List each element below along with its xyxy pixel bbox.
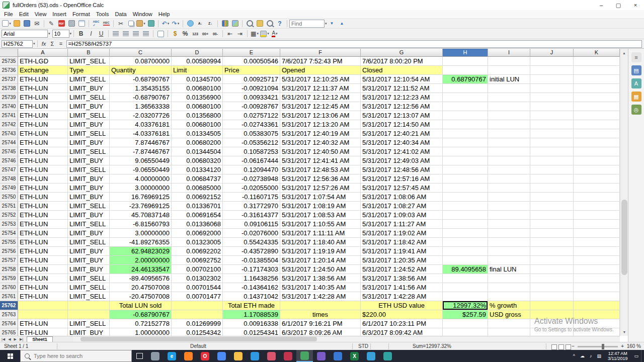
cell-D25741[interactable]: 0.01356800: [172, 111, 223, 120]
cell-C25748[interactable]: 4.00000000: [110, 174, 172, 184]
cell-J25735[interactable]: [530, 57, 574, 66]
cell-A25764[interactable]: ETH-LUN: [18, 319, 68, 328]
cell-J25762[interactable]: [530, 301, 574, 310]
cell-A25749[interactable]: ETH-LUN: [18, 184, 68, 193]
column-header-K[interactable]: K: [574, 49, 620, 57]
cell-G25750[interactable]: 5/31/2017 1:08:06 AM: [361, 193, 443, 202]
column-header-F[interactable]: F: [280, 49, 361, 57]
cell-G25754[interactable]: 5/31/2017 1:19:02 AM: [361, 229, 443, 238]
cell-C25759[interactable]: -89.40956576: [110, 274, 172, 283]
row-header-25740[interactable]: 25740: [0, 102, 18, 111]
cell-H25762[interactable]: 12997.32%: [443, 301, 488, 310]
cell-A25747[interactable]: ETH-LUN: [18, 165, 68, 174]
row-header-25736[interactable]: 25736: [0, 66, 18, 75]
cell-C25747[interactable]: -9.06550449: [110, 165, 172, 174]
cell-A25759[interactable]: ETH-LUN: [18, 274, 68, 283]
cell-K25743[interactable]: [574, 129, 620, 138]
insert-chart-icon[interactable]: [220, 19, 229, 28]
cell-D25735[interactable]: 0.00580994: [172, 57, 223, 66]
cell-E25742[interactable]: -0.02743361: [223, 120, 280, 129]
cell-I25754[interactable]: [488, 229, 530, 238]
sum-icon[interactable]: Σ: [48, 41, 57, 47]
cell-B25764[interactable]: LIMIT_SELL: [68, 319, 110, 328]
cell-F25756[interactable]: 5/31/2017 1:19:19 AM: [280, 247, 361, 256]
cell-K25758[interactable]: [574, 265, 620, 274]
cell-H25750[interactable]: [443, 193, 488, 202]
undo-icon[interactable]: ↶▾: [161, 19, 170, 28]
cell-C25755[interactable]: -41.89276355: [110, 238, 172, 247]
cell-J25753[interactable]: [530, 220, 574, 229]
cell-I25757[interactable]: [488, 256, 530, 265]
find-input[interactable]: [289, 20, 325, 28]
vertical-scroll-thumb[interactable]: [621, 200, 627, 275]
cell-E25753[interactable]: 0.09106115: [223, 220, 280, 229]
zoom-level[interactable]: 160 %: [627, 342, 641, 350]
cell-I25745[interactable]: [488, 147, 530, 156]
cell-K25751[interactable]: [574, 202, 620, 211]
increase-indent-icon[interactable]: ⇥: [235, 29, 245, 38]
cell-G25743[interactable]: 5/31/2017 12:40:21 AM: [361, 129, 443, 138]
column-header-D[interactable]: D: [172, 49, 223, 57]
cell-D25738[interactable]: 0.00680100: [172, 84, 223, 93]
cell-A25739[interactable]: ETH-LUN: [18, 93, 68, 102]
file-explorer-taskbar-item[interactable]: [230, 350, 247, 362]
delete-decimal-icon[interactable]: 00-: [211, 29, 220, 38]
cell-H25754[interactable]: [443, 229, 488, 238]
cell-D25749[interactable]: 0.00685000: [172, 184, 223, 193]
cell-H25739[interactable]: [443, 93, 488, 102]
column-header-J[interactable]: J: [530, 49, 574, 57]
cell-K25749[interactable]: [574, 184, 620, 193]
pdf-export-icon[interactable]: PDF: [57, 19, 66, 28]
font-color-icon[interactable]: A▾: [270, 29, 279, 38]
borders-icon[interactable]: ▦▾: [250, 29, 259, 38]
cell-H25748[interactable]: [443, 174, 488, 184]
cell-J25749[interactable]: [530, 184, 574, 193]
cell-E25765[interactable]: 0.01254341: [223, 328, 280, 336]
cell-C25754[interactable]: 3.00000000: [110, 229, 172, 238]
cell-C25743[interactable]: -4.03376181: [110, 129, 172, 138]
view-book-icon[interactable]: [566, 344, 571, 350]
function-icon[interactable]: =: [57, 41, 65, 47]
cell-A25752[interactable]: ETH-LUN: [18, 211, 68, 220]
cell-J25755[interactable]: [530, 238, 574, 247]
cell-H25763[interactable]: $257.59: [443, 310, 488, 319]
cell-F25744[interactable]: 5/31/2017 12:40:32 AM: [280, 138, 361, 147]
cell-F25762[interactable]: [280, 301, 361, 310]
cell-D25739[interactable]: 0.01356900: [172, 93, 223, 102]
cell-G25758[interactable]: 5/31/2017 1:24:52 AM: [361, 265, 443, 274]
cell-F25753[interactable]: 5/31/2017 1:10:55 AM: [280, 220, 361, 229]
cell-G25761[interactable]: 5/31/2017 1:42:28 AM: [361, 292, 443, 301]
cell-F25742[interactable]: 5/31/2017 12:13:20 AM: [280, 120, 361, 129]
cell-H25761[interactable]: [443, 292, 488, 301]
cell-D25751[interactable]: 0.01336701: [172, 202, 223, 211]
cell-K25750[interactable]: [574, 193, 620, 202]
row-header-25754[interactable]: 25754: [0, 229, 18, 238]
cell-B25736[interactable]: Type: [68, 66, 110, 75]
column-header-E[interactable]: E: [223, 49, 280, 57]
edge-taskbar-item[interactable]: e: [164, 350, 180, 362]
cell-G25765[interactable]: 6/3/2017 8:09:42 AM: [361, 328, 443, 336]
cell-G25763[interactable]: $220.00: [361, 310, 443, 319]
row-header-25760[interactable]: 25760: [0, 283, 18, 292]
cell-H25760[interactable]: [443, 283, 488, 292]
cell-K25754[interactable]: [574, 229, 620, 238]
cell-H25758[interactable]: 89.4095658: [443, 265, 488, 274]
cell-J25739[interactable]: [530, 93, 574, 102]
cell-I25753[interactable]: [488, 220, 530, 229]
font-size-dropdown-icon[interactable]: ▾: [70, 32, 72, 36]
cell-A25754[interactable]: ETH-LUN: [18, 229, 68, 238]
volume-icon[interactable]: ♪: [590, 353, 592, 358]
cell-G25745[interactable]: 5/31/2017 12:41:02 AM: [361, 147, 443, 156]
cell-J25750[interactable]: [530, 193, 574, 202]
menu-file[interactable]: File: [1, 11, 16, 17]
cell-D25759[interactable]: 0.01302302: [172, 274, 223, 283]
cell-D25755[interactable]: 0.01323005: [172, 238, 223, 247]
cell-I25763[interactable]: USD gross: [488, 310, 530, 319]
cell-D25765[interactable]: 0.01254342: [172, 328, 223, 336]
cell-I25743[interactable]: [488, 129, 530, 138]
cell-J25736[interactable]: [530, 66, 574, 75]
cell-F25748[interactable]: 5/31/2017 12:56:36 AM: [280, 174, 361, 184]
cell-I25735[interactable]: [488, 57, 530, 66]
cell-K25744[interactable]: [574, 138, 620, 147]
cell-I25736[interactable]: [488, 66, 530, 75]
